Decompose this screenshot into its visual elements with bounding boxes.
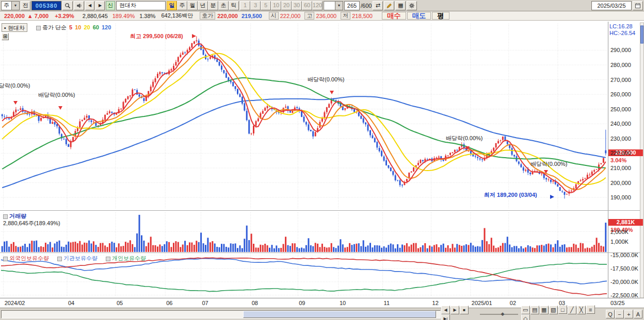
marker-arrow: [544, 170, 548, 174]
price-axis-label: 270,000: [610, 77, 631, 83]
settings-gear-icon[interactable]: [407, 1, 417, 10]
auto-scale-button[interactable]: A: [634, 310, 642, 318]
period-tab-주[interactable]: 주: [177, 1, 187, 10]
marker-arrow: [465, 146, 470, 150]
x-axis-label: 08: [252, 300, 258, 306]
x-axis-current-label: 03/25: [610, 300, 625, 306]
grid-icon[interactable]: ▦: [540, 306, 549, 314]
history-back-icon[interactable]: ◀: [85, 1, 94, 10]
up-arrow-icon: ▲: [27, 13, 33, 19]
period-tab-분[interactable]: 분: [208, 1, 218, 10]
zoom-slider-track: [480, 314, 518, 315]
avg-button[interactable]: 평: [432, 12, 449, 20]
layout-grid-icon[interactable]: ⊞: [2, 33, 9, 40]
period-tab-초[interactable]: 초: [218, 1, 229, 10]
zoom-slider-thumb[interactable]: ◆: [501, 311, 504, 316]
volume-value: 2,880,645: [83, 13, 108, 19]
rows-icon[interactable]: ▤: [530, 306, 539, 314]
stop-icon[interactable]: ■: [460, 306, 469, 314]
zoom-out-button[interactable]: −: [615, 310, 624, 318]
price-axis-label: 190,000: [610, 194, 631, 200]
marker-icon[interactable]: ◇: [521, 314, 530, 320]
period-tab-년[interactable]: 년: [198, 1, 208, 10]
ma120-line: [2, 96, 606, 188]
stock-code-input[interactable]: 005380: [31, 1, 61, 10]
pencil-icon[interactable]: [384, 1, 394, 10]
trade-value: 642,136백만: [161, 12, 193, 20]
x-axis-label: 06: [166, 300, 172, 306]
x-axis-label: 10: [340, 300, 346, 306]
box-tool-icon[interactable]: □: [558, 305, 567, 314]
low-label: 저: [341, 12, 350, 20]
lc-value: LC:16.28: [609, 23, 633, 29]
buy-button[interactable]: 매수: [382, 12, 406, 20]
scroll-left-icon[interactable]: ◀: [441, 306, 450, 314]
date-input[interactable]: 2025/03/25: [591, 1, 632, 10]
interval-button-1[interactable]: 1: [240, 1, 250, 10]
multi-chart-icon[interactable]: ▦: [395, 1, 406, 10]
current-volume-box: 2,881K: [608, 219, 643, 226]
chevron-down-icon: ▼: [335, 2, 343, 10]
interval-button-20[interactable]: 20: [281, 1, 292, 10]
interval-button-5[interactable]: 5: [261, 1, 271, 10]
high-label: 고: [304, 12, 314, 20]
bottom-control-bar: ◀▶■▶| ◆ ▭▤▦▧□╱╳≡◇ Q − + A: [0, 308, 644, 320]
stock-name-field[interactable]: 현대차: [116, 1, 166, 10]
go-to-end-icon[interactable]: ▶|: [441, 314, 450, 320]
x-axis-label: 09: [299, 300, 305, 306]
interval-button-120[interactable]: 120: [312, 1, 323, 10]
pane-title: 현대차: [8, 25, 25, 31]
horizontal-scrollbar[interactable]: [1, 310, 441, 318]
ma-period-label-60: 60: [93, 24, 99, 30]
interval-button-30[interactable]: 30: [292, 1, 302, 10]
period-tab-일[interactable]: 일: [167, 1, 177, 10]
sound-icon[interactable]: [74, 1, 84, 10]
interval-buttons: 13510203060120: [240, 1, 323, 10]
price-axis-label: 260,000: [610, 91, 631, 97]
price-axis-label: 240,000: [610, 121, 631, 127]
turnover-ratio: 1.38%: [139, 13, 155, 19]
individual-holdings-line: [1, 263, 607, 292]
zoom-slider[interactable]: ◆: [480, 310, 517, 318]
legend-square-icon: [36, 26, 41, 30]
x-axis-label: 11: [384, 300, 390, 306]
zoom-in-button[interactable]: +: [624, 310, 633, 318]
extra-dropdown[interactable]: ▼: [324, 1, 343, 10]
symbol-type-dropdown[interactable]: 주 ▼: [1, 1, 20, 10]
interval-button-3[interactable]: 3: [250, 1, 261, 10]
pattern-icon[interactable]: ▧: [549, 306, 558, 314]
scroll-right-icon[interactable]: ▶: [450, 306, 459, 314]
ma-legend: 종가 단순5102060120: [36, 24, 111, 30]
ownership-axis-label: -22,500.0K: [610, 292, 638, 298]
interval-button-60[interactable]: 60: [302, 1, 312, 10]
period-tab-틱[interactable]: 틱: [229, 1, 239, 10]
bid-price: 219,500: [242, 13, 262, 19]
panel-icon[interactable]: ▭: [521, 306, 530, 314]
period-tab-월[interactable]: 월: [187, 1, 198, 10]
volume-title: 거래량: [9, 213, 26, 219]
pane-title-chip[interactable]: ▪ 현대차: [2, 23, 27, 32]
compare-arrows-icon[interactable]: ⇄: [373, 1, 383, 10]
last-price: 220,000: [4, 13, 25, 19]
search-icon[interactable]: [62, 1, 73, 10]
bar-count-input[interactable]: 265: [344, 1, 360, 10]
current-price-percent: 3.04%: [610, 157, 626, 163]
history-forward-icon[interactable]: ▶: [95, 1, 105, 10]
stock-chart-window: 주 ▼ 전 005380 ◀ ▶ 신 현대차 일주월년분초틱 135102030…: [0, 0, 644, 320]
ex-dividend-annotation: 배당락(0.00%): [530, 161, 568, 167]
scrollbar-thumb[interactable]: [243, 311, 436, 318]
open-label: 시: [269, 12, 279, 20]
menu-icon[interactable]: ≡: [586, 305, 595, 314]
price-axis-label: 220,000: [610, 150, 631, 156]
interval-button-10[interactable]: 10: [271, 1, 281, 10]
cross-lines-icon[interactable]: ╳: [577, 306, 586, 314]
prev-stock-button[interactable]: 전: [21, 1, 30, 10]
sell-button[interactable]: 매도: [407, 12, 431, 20]
legend-square-icon: [106, 257, 110, 261]
trendline-icon[interactable]: ╱: [568, 306, 576, 314]
hoga-label: 호가: [200, 12, 215, 20]
foreign-holdings-line: [1, 258, 607, 295]
calendar-icon[interactable]: [633, 1, 643, 10]
ownership-legend-label: 외국인보유수량: [9, 255, 49, 261]
zoom-mode-button[interactable]: Q: [606, 310, 615, 318]
